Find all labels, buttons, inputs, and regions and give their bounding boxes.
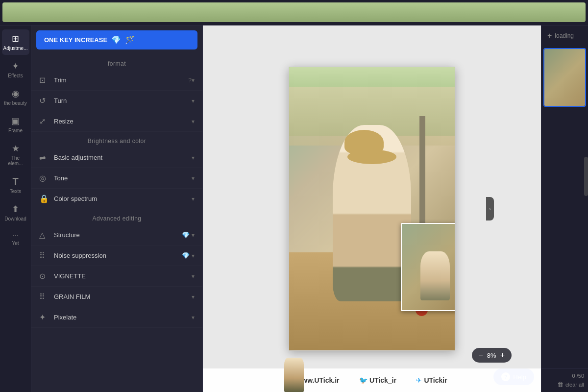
basic-adj-chevron-icon: ▾: [192, 154, 195, 161]
twitter-icon: 🐦: [359, 376, 368, 384]
sidebar-label-beauty: the beauty: [4, 100, 27, 106]
canvas-area: ‹ › − 8% + ? Help www.UTick.ir 🐦 UTick_i…: [203, 25, 541, 392]
sidebar-item-frame[interactable]: ▣ Frame: [2, 112, 29, 137]
sidebar-item-adjustments[interactable]: ⊞ Adjustme...: [2, 29, 29, 55]
noise-suppression-item[interactable]: ⠿ Noise suppression 💎 ▾: [31, 245, 202, 266]
advanced-section-label: Advanced editing: [31, 209, 202, 225]
clear-all-button[interactable]: 🗑 clear all: [545, 381, 584, 388]
main-layout: ⊞ Adjustme... ✦ Effects ◉ the beauty ▣ F…: [0, 25, 588, 392]
vignette-chevron-icon: ▾: [192, 273, 195, 280]
trim-icon: ⊡: [39, 75, 49, 85]
trim-label: Trim: [54, 76, 186, 84]
brightness-section-label: Brightness and color: [31, 132, 202, 147]
effects-icon: ✦: [12, 61, 19, 72]
noise-icon: ⠿: [39, 251, 49, 260]
download-sidebar-icon: ⬆: [12, 204, 19, 215]
color-spectrum-label: Color spectrum: [54, 195, 192, 202]
vignette-item[interactable]: ⊙ VIGNETTE ▾: [31, 266, 202, 287]
grain-chevron-icon: ▾: [192, 294, 195, 300]
thumbnail-image: [544, 49, 585, 106]
watermark-bar: www.UTick.ir 🐦 UTick_ir ✈ UTickir: [203, 368, 541, 392]
turn-chevron-icon: ▾: [192, 98, 195, 104]
vignette-label: VIGNETTE: [54, 272, 192, 280]
pixelate-icon: ✦: [39, 313, 49, 322]
sidebar-label-texts: Texts: [10, 189, 21, 194]
sidebar-label-elements: The elem...: [4, 155, 27, 166]
frame-icon: ▣: [11, 116, 20, 126]
sidebar-icons: ⊞ Adjustme... ✦ Effects ◉ the beauty ▣ F…: [0, 25, 31, 392]
trash-icon: 🗑: [557, 381, 564, 388]
zoom-value: 8%: [487, 352, 496, 359]
trim-item[interactable]: ⊡ Trim ? ▾: [31, 70, 202, 91]
grain-film-item[interactable]: ⠿ GRAIN FILM ▾: [31, 287, 202, 307]
noise-label: Noise suppression: [54, 252, 182, 259]
sidebar-item-beauty[interactable]: ◉ the beauty: [2, 84, 29, 110]
sidebar-label-download: Download: [4, 216, 26, 221]
text-icon: T: [12, 176, 18, 187]
turn-label: Turn: [54, 97, 192, 104]
turn-icon: ↺: [39, 96, 49, 105]
main-image: [289, 67, 455, 351]
resize-label: Resize: [54, 118, 192, 125]
pixelate-item[interactable]: ✦ Pixelate ▾: [31, 307, 202, 328]
structure-icon: △: [39, 230, 49, 240]
sidebar-item-more[interactable]: ··· Yet: [2, 227, 29, 250]
more-icon: ···: [13, 231, 19, 239]
watermark-twitter: UTick_ir: [369, 376, 396, 384]
expand-right-button[interactable]: ›: [486, 197, 494, 220]
clear-label: clear all: [565, 382, 584, 388]
noise-gem-icon: 💎: [182, 252, 190, 259]
turn-item[interactable]: ↺ Turn ▾: [31, 91, 202, 111]
pixelate-chevron-icon: ▾: [192, 314, 195, 321]
one-key-label: ONE KEY INCREASE: [44, 36, 107, 44]
zoom-bar: − 8% +: [472, 348, 512, 363]
thumbnail-overlay: [401, 223, 455, 311]
format-section-label: format: [31, 54, 202, 70]
grain-label: GRAIN FILM: [54, 293, 192, 300]
pixelate-label: Pixelate: [54, 314, 192, 321]
image-thumbnail[interactable]: [543, 48, 586, 107]
structure-gem-icon: 💎: [182, 231, 190, 239]
color-spectrum-chevron-icon: ▾: [192, 196, 195, 202]
color-spectrum-icon: 🔒: [39, 194, 49, 203]
beauty-icon: ◉: [12, 88, 20, 99]
structure-chevron-icon: ▾: [192, 232, 195, 239]
zoom-out-button[interactable]: −: [479, 351, 483, 360]
sidebar-item-download[interactable]: ⬆ Download: [2, 200, 29, 225]
trim-chevron-icon: ▾: [192, 77, 195, 84]
resize-icon: ⤢: [39, 117, 49, 126]
basic-adj-label: Basic adjustment: [54, 154, 192, 161]
basic-adjustment-item[interactable]: ⇌ Basic adjustment ▾: [31, 147, 202, 168]
trim-help-icon[interactable]: ?: [188, 77, 192, 84]
sidebar-item-effects[interactable]: ✦ Effects: [2, 57, 29, 82]
wand-icon: 🪄: [125, 35, 135, 45]
resize-chevron-icon: ▾: [192, 118, 195, 125]
gem-icon: 💎: [111, 35, 121, 45]
structure-label: Structure: [54, 231, 182, 239]
noise-chevron-icon: ▾: [192, 252, 195, 259]
adjustments-icon: ⊞: [12, 33, 19, 44]
add-icon: +: [547, 31, 552, 40]
basic-adj-icon: ⇌: [39, 153, 49, 162]
tone-item[interactable]: ◎ Tone ▾: [31, 168, 202, 189]
resize-item[interactable]: ⤢ Resize ▾: [31, 111, 202, 132]
sidebar-label-frame: Frame: [8, 128, 23, 133]
sidebar-item-texts[interactable]: T Texts: [2, 172, 29, 198]
loading-label: loading: [555, 32, 574, 39]
right-panel-footer: 0 /50 🗑 clear all: [541, 368, 588, 392]
structure-item[interactable]: △ Structure 💎 ▾: [31, 225, 202, 245]
vignette-icon: ⊙: [39, 271, 49, 281]
color-spectrum-item[interactable]: 🔒 Color spectrum ▾: [31, 189, 202, 209]
grain-icon: ⠿: [39, 292, 49, 301]
left-panel: ONE KEY INCREASE 💎 🪄 format ⊡ Trim ? ▾ ↺…: [31, 25, 203, 392]
telegram-icon: ✈: [416, 376, 422, 384]
sidebar-label-more: Yet: [12, 241, 19, 246]
sidebar-item-elements[interactable]: ★ The elem...: [2, 139, 29, 170]
image-count: 0 /50: [545, 373, 584, 379]
zoom-in-button[interactable]: +: [500, 351, 505, 360]
one-key-increase-button[interactable]: ONE KEY INCREASE 💎 🪄: [36, 30, 197, 49]
tone-icon: ◎: [39, 173, 49, 183]
right-panel-header: + loading: [541, 25, 588, 46]
watermark-channel: UTickir: [424, 376, 447, 384]
elements-icon: ★: [12, 143, 20, 154]
